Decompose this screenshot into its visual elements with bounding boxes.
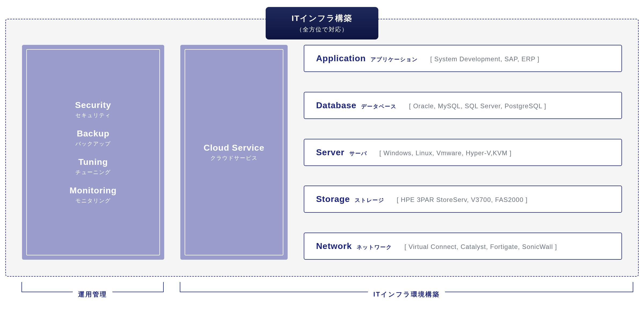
application-tech: [ System Development, SAP, ERP ]: [430, 55, 539, 63]
operations-bottom-label: 運用管理: [73, 290, 112, 299]
cloud-service-item: Cloud Service クラウドサービス: [204, 143, 264, 162]
it-infra-diagram: ITインフラ構築 （全方位で対応） Security セキュリティ Backup…: [0, 13, 644, 277]
network-jp: ネットワーク: [357, 244, 392, 251]
tuning-item: Tuning チューニング: [75, 157, 111, 176]
security-label-en: Security: [75, 100, 111, 110]
dashed-container: ITインフラ構築 （全方位で対応） Security セキュリティ Backup…: [5, 19, 639, 277]
infra-env-bottom-label: ITインフラ環境構築: [368, 290, 445, 299]
server-jp: サーバ: [349, 150, 367, 157]
monitoring-item: Monitoring モニタリング: [69, 186, 116, 204]
infra-layers-column: Application アプリケーション [ System Developmen…: [304, 45, 622, 260]
backup-item: Backup バックアップ: [75, 129, 111, 147]
header-subtitle: （全方位で対応）: [287, 26, 357, 34]
monitoring-label-jp: モニタリング: [69, 197, 116, 204]
cloud-label-en: Cloud Service: [204, 143, 264, 153]
database-layer: Database データベース [ Oracle, MySQL, SQL Ser…: [304, 92, 622, 119]
server-en: Server: [316, 147, 345, 157]
columns: Security セキュリティ Backup バックアップ Tuning チュー…: [22, 45, 622, 260]
network-en: Network: [316, 241, 352, 251]
cloud-service-box: Cloud Service クラウドサービス: [180, 45, 288, 260]
bracket-operations: 運用管理: [21, 282, 164, 306]
tuning-label-jp: チューニング: [75, 169, 111, 176]
database-jp: データベース: [361, 103, 397, 110]
network-layer: Network ネットワーク [ Virtual Connect, Cataly…: [304, 233, 622, 260]
backup-label-jp: バックアップ: [75, 140, 111, 147]
security-label-jp: セキュリティ: [75, 112, 111, 119]
header-badge: ITインフラ構築 （全方位で対応）: [266, 7, 378, 39]
server-tech: [ Windows, Linux, Vmware, Hyper-V,KVM ]: [379, 149, 512, 157]
database-tech: [ Oracle, MySQL, SQL Server, PostgreSQL …: [409, 102, 546, 110]
storage-layer: Storage ストレージ [ HPE 3PAR StoreServ, V370…: [304, 186, 622, 213]
operations-inner: Security セキュリティ Backup バックアップ Tuning チュー…: [26, 49, 160, 255]
application-layer: Application アプリケーション [ System Developmen…: [304, 45, 622, 72]
network-tech: [ Virtual Connect, Catalyst, Fortigate, …: [404, 243, 557, 251]
cloud-inner: Cloud Service クラウドサービス: [185, 49, 283, 255]
application-en: Application: [316, 53, 366, 63]
cloud-label-jp: クラウドサービス: [204, 154, 264, 162]
tuning-label-en: Tuning: [75, 157, 111, 167]
backup-label-en: Backup: [75, 129, 111, 139]
operations-management-box: Security セキュリティ Backup バックアップ Tuning チュー…: [22, 45, 164, 260]
bottom-labels: 運用管理 ITインフラ環境構築: [5, 282, 639, 306]
storage-en: Storage: [316, 194, 350, 204]
header-title: ITインフラ構築: [287, 13, 357, 24]
server-layer: Server サーバ [ Windows, Linux, Vmware, Hyp…: [304, 139, 622, 166]
storage-jp: ストレージ: [355, 197, 384, 204]
monitoring-label-en: Monitoring: [69, 186, 116, 196]
storage-tech: [ HPE 3PAR StoreServ, V3700, FAS2000 ]: [397, 196, 528, 204]
bracket-infra-env: ITインフラ環境構築: [180, 282, 633, 306]
application-jp: アプリケーション: [371, 56, 418, 63]
database-en: Database: [316, 100, 356, 110]
security-item: Security セキュリティ: [75, 100, 111, 119]
